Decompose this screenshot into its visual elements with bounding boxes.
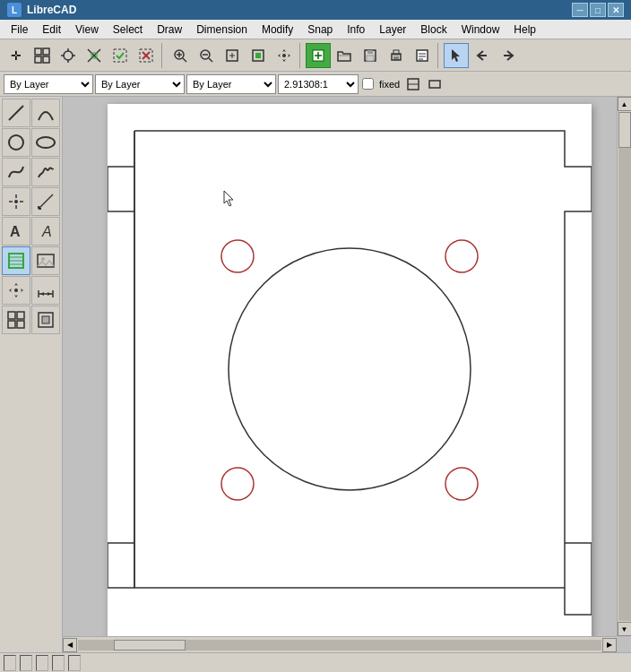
small-circle-tr bbox=[445, 240, 478, 272]
menu-help[interactable]: Help bbox=[506, 22, 543, 38]
dimension-tool-button[interactable] bbox=[31, 276, 60, 305]
status-mode bbox=[68, 655, 81, 671]
status-coords bbox=[4, 655, 16, 671]
back-button[interactable] bbox=[470, 43, 495, 68]
print-preview-button[interactable] bbox=[410, 43, 435, 68]
crosshair-tool-button[interactable]: ✛ bbox=[4, 43, 29, 68]
line-tool-button[interactable] bbox=[2, 99, 30, 127]
measure-tool-button[interactable] bbox=[31, 187, 60, 216]
circle-tool-button[interactable] bbox=[2, 128, 30, 157]
svg-line-49 bbox=[9, 106, 23, 120]
pointer-button[interactable] bbox=[444, 43, 469, 68]
menu-file[interactable]: File bbox=[4, 22, 35, 38]
fixed-label: fixed bbox=[379, 79, 400, 90]
point-tool-button[interactable] bbox=[2, 187, 30, 216]
freehand-tool-button[interactable] bbox=[31, 158, 60, 186]
menu-block[interactable]: Block bbox=[413, 22, 454, 38]
block-tool-button[interactable] bbox=[2, 306, 30, 334]
pan-button[interactable] bbox=[272, 43, 297, 68]
menu-select[interactable]: Select bbox=[106, 22, 150, 38]
move-tool-button[interactable] bbox=[2, 276, 30, 305]
arc-tool-button[interactable] bbox=[31, 99, 60, 127]
svg-point-50 bbox=[9, 135, 23, 150]
tool-row-1 bbox=[2, 99, 60, 127]
status-bar bbox=[0, 652, 631, 672]
zoom-in-button[interactable] bbox=[168, 43, 193, 68]
menu-info[interactable]: Info bbox=[340, 22, 372, 38]
snap-intersection-button[interactable] bbox=[82, 43, 107, 68]
hatch-tool-button[interactable] bbox=[2, 246, 30, 275]
props-icon-1[interactable] bbox=[403, 74, 423, 94]
svg-rect-33 bbox=[367, 50, 373, 54]
menu-dimension[interactable]: Dimension bbox=[189, 22, 255, 38]
window-title: LibreCAD bbox=[27, 4, 76, 16]
canvas-area[interactable] bbox=[63, 97, 617, 636]
scroll-track-h[interactable] bbox=[78, 640, 601, 650]
svg-point-68 bbox=[14, 289, 18, 292]
menu-layer[interactable]: Layer bbox=[372, 22, 413, 38]
menu-modify[interactable]: Modify bbox=[255, 22, 300, 38]
fixed-checkbox[interactable] bbox=[362, 78, 374, 90]
window-controls[interactable]: ─ □ ✕ bbox=[572, 3, 624, 17]
new-button[interactable] bbox=[306, 43, 331, 68]
maximize-button[interactable]: □ bbox=[590, 3, 606, 17]
linetype-select[interactable]: By Layer bbox=[186, 74, 276, 94]
close-button[interactable]: ✕ bbox=[608, 3, 624, 17]
svg-text:A: A bbox=[10, 224, 21, 239]
tool-row-6 bbox=[2, 246, 60, 275]
scroll-down-button[interactable]: ▼ bbox=[618, 622, 632, 636]
tool-row-4 bbox=[2, 187, 60, 216]
menu-snap[interactable]: Snap bbox=[300, 22, 340, 38]
scroll-thumb-v[interactable] bbox=[618, 112, 631, 148]
scroll-up-button[interactable]: ▲ bbox=[618, 97, 632, 111]
linewidth-select[interactable]: By Layer bbox=[95, 74, 185, 94]
text-tool-button[interactable]: A bbox=[2, 217, 30, 246]
grid-button[interactable] bbox=[30, 43, 55, 68]
forward-button[interactable] bbox=[496, 43, 521, 68]
outer-shape bbox=[134, 131, 592, 615]
tool-row-5: A A bbox=[2, 217, 60, 246]
menu-bar: File Edit View Select Draw Dimension Mod… bbox=[0, 20, 631, 39]
text-italic-button[interactable]: A bbox=[31, 217, 60, 246]
minimize-button[interactable]: ─ bbox=[572, 3, 588, 17]
print-button[interactable] bbox=[384, 43, 409, 68]
toolbar-separator-3 bbox=[437, 43, 441, 68]
vertical-scrollbar[interactable]: ▲ ▼ bbox=[617, 97, 631, 636]
color-select[interactable]: By Layer bbox=[4, 74, 93, 94]
svg-rect-76 bbox=[8, 321, 15, 328]
scroll-track-v[interactable] bbox=[618, 112, 631, 621]
open-button[interactable] bbox=[332, 43, 357, 68]
menu-edit[interactable]: Edit bbox=[35, 22, 68, 38]
props-icon-2[interactable] bbox=[425, 74, 445, 94]
scroll-right-button[interactable]: ▶ bbox=[602, 638, 617, 652]
scroll-left-button[interactable]: ◀ bbox=[63, 638, 77, 652]
menu-view[interactable]: View bbox=[68, 22, 106, 38]
component-tool-button[interactable] bbox=[31, 306, 60, 334]
svg-point-52 bbox=[14, 200, 18, 203]
menu-window[interactable]: Window bbox=[454, 22, 507, 38]
menu-draw[interactable]: Draw bbox=[150, 22, 189, 38]
select-all-button[interactable] bbox=[108, 43, 133, 68]
zoom-out-button[interactable] bbox=[194, 43, 219, 68]
small-circle-tl bbox=[221, 240, 254, 272]
ellipse-tool-button[interactable] bbox=[31, 128, 60, 157]
spline-tool-button[interactable] bbox=[2, 158, 30, 186]
deselect-button[interactable] bbox=[134, 43, 159, 68]
toolbar-separator-2 bbox=[299, 43, 303, 68]
scroll-thumb-h[interactable] bbox=[114, 640, 186, 650]
snap-tool-button[interactable] bbox=[56, 43, 81, 68]
zoom-window-button[interactable] bbox=[220, 43, 245, 68]
image-tool-button[interactable] bbox=[31, 246, 60, 275]
scale-select[interactable]: 2.91308:1 bbox=[278, 74, 359, 94]
svg-line-21 bbox=[209, 58, 212, 62]
svg-marker-72 bbox=[40, 292, 44, 296]
save-button[interactable] bbox=[358, 43, 383, 68]
svg-line-17 bbox=[183, 58, 186, 62]
properties-bar: By Layer By Layer By Layer 2.91308:1 fix… bbox=[0, 72, 631, 97]
zoom-extents-button[interactable] bbox=[246, 43, 271, 68]
svg-line-57 bbox=[39, 194, 53, 209]
tool-row-7 bbox=[2, 276, 60, 305]
left-toolbox: A A bbox=[0, 97, 63, 652]
svg-rect-34 bbox=[367, 56, 374, 61]
horizontal-scrollbar[interactable]: ◀ ▶ bbox=[63, 636, 617, 652]
